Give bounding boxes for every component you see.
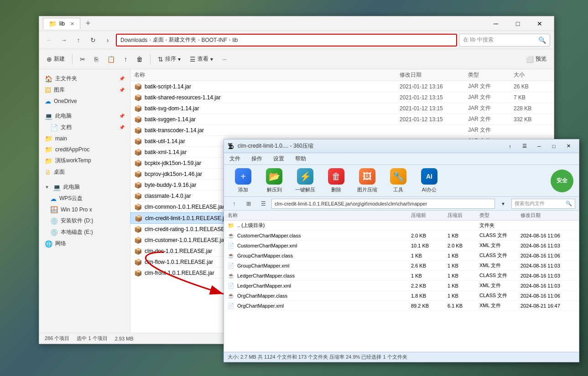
file-row[interactable]: 📦 batik-script-1.14.jar 2021-01-12 13:16… [130,81,554,92]
sidebar-item-desktop[interactable]: 🖥 桌面 [39,166,130,178]
archive-minimize-btn[interactable]: ─ [532,141,546,152]
more-button[interactable]: ··· [219,52,230,67]
sidebar-item-gallery[interactable]: 🖼 图库 📌 [39,84,130,96]
close-button[interactable]: ✕ [529,17,550,31]
archive-row[interactable]: 📄 LedgerChartMapper.xml 2.2 KB 1 KB XML … [224,281,579,291]
archive-row[interactable]: ☕ OrgChartMapper.class 1.8 KB 1 KB CLASS… [224,291,579,301]
arch-col-type: 类型 [479,212,520,219]
delete-icon: 🗑 [136,56,143,63]
archive-delete-button[interactable]: 🗑 删除 [323,166,350,195]
archive-tools-button[interactable]: 🔧 工具 [385,166,412,195]
safe-badge: 安全 [551,170,573,192]
archive-file-icon: 📄 [228,303,234,309]
sidebar-item-yanlian[interactable]: 📁 演练workTemp [39,155,130,166]
view-button[interactable]: ☰ 查看 ▾ [186,52,217,67]
sidebar-item-home[interactable]: 🏠 主文件夹 📌 [39,73,130,84]
share-button[interactable]: ↑ [120,52,131,67]
jar-icon: 📦 [134,226,142,233]
archive-view2-button[interactable]: ☰ [257,197,270,210]
jar-icon: 📦 [134,138,142,145]
archive-row[interactable]: 📄 OrgChartMapper.xml 89.2 KB 6.1 KB XML … [224,301,579,311]
archive-row[interactable]: ☕ GroupChartMapper.class 1 KB 1 KB CLASS… [224,251,579,261]
archive-maximize-btn[interactable]: □ [547,141,561,152]
drived-icon: 💿 [50,217,58,225]
sidebar-item-pc[interactable]: 💻 此电脑 📌 [39,110,130,122]
archive-row[interactable]: ☕ CustomerChartMapper.class 2.0 KB 1 KB … [224,231,579,241]
archive-title-bar: 🗜 clm-credit-limit-1.0.... - 360压缩 ↑ ☰ ─… [224,139,579,153]
expand-button[interactable]: › [101,34,114,46]
search-bar[interactable]: 在 lib 中搜索 🔍 [459,34,550,46]
sidebar-item-wps[interactable]: ☁ WPS云盘 [39,193,130,204]
creditapp-icon: 📁 [45,146,52,153]
menu-ops[interactable]: 操作 [250,154,264,164]
archive-file-icon: ☕ [228,252,234,259]
archive-file-name-cell: 📁 .. (上级目录) [228,222,411,229]
paste-button[interactable]: 📋 [104,52,119,67]
back-button[interactable]: ← [43,34,56,46]
sidebar-item-creditapp[interactable]: 📁 creditAppProc [39,144,130,155]
archive-compressed: 1 KB [448,253,479,258]
new-icon: ⊕ [47,56,52,63]
file-size: 7 KB [514,94,550,101]
sidebar-item-drivee[interactable]: 💿 本地磁盘 (E:) [39,227,130,238]
sidebar-item-thispc[interactable]: ▼ 💻 此电脑 [39,181,130,193]
archive-row[interactable]: ☕ LedgerChartMapper.class 1 KB 1 KB CLAS… [224,271,579,281]
minimize-button[interactable]: ─ [485,17,506,31]
new-tab-button[interactable]: + [81,17,95,30]
view-label: 查看 [198,55,208,63]
archive-view1-button[interactable]: ⊞ [242,197,255,210]
sidebar-item-network[interactable]: 🌐 网络 [39,238,130,249]
sidebar-item-main[interactable]: 📁 main [39,133,130,144]
archive-row[interactable]: 📁 .. (上级目录) 文件夹 [224,221,579,231]
preview-button[interactable]: ⬜ 预览 [522,52,550,67]
archive-file-list[interactable]: 名称 压缩前 压缩后 类型 修改日期 📁 .. (上级目录) 文件夹 ☕ Cus… [224,211,579,352]
sidebar-item-drived[interactable]: 💿 安装软件 (D:) [39,215,130,227]
archive-date: 2024-08-16 11:03 [520,283,575,288]
sidebar-desktop-label: 桌面 [54,168,65,176]
file-name-text: bcprov-jdk15on-1.46.jar [145,171,202,177]
add-label: 添加 [238,186,248,193]
maximize-button[interactable]: □ [507,17,528,31]
archive-close-btn[interactable]: ✕ [562,141,575,152]
file-row[interactable]: 📦 batik-svg-dom-1.14.jar 2021-01-12 13:1… [130,103,554,114]
jar-icon: 📦 [134,203,142,211]
archive-row[interactable]: 📄 GroupChartMapper.xml 2.6 KB 1 KB XML 文… [224,261,579,271]
sidebar-item-win10[interactable]: 🪟 Win 10 Pro x [39,204,130,215]
new-button[interactable]: ⊕ 新建 [43,52,68,67]
sidebar-item-docs[interactable]: 📄 文档 📌 [39,122,130,133]
up-button[interactable]: ↑ [72,34,85,46]
archive-compressed: 1 KB [448,273,479,278]
sort-button[interactable]: ⇅ 排序 ▾ [154,52,184,67]
delete-button[interactable]: 🗑 [133,52,146,67]
file-row[interactable]: 📦 batik-transcoder-1.14.jar JAR 文件 [130,125,554,136]
archive-up-button[interactable]: ↑ [228,197,240,210]
archive-extract-button[interactable]: 📂 解压到 [260,166,288,195]
menu-settings[interactable]: 设置 [271,154,286,164]
explorer-tab[interactable]: 📁 lib ✕ [43,18,80,29]
archive-file-icon: 📄 [228,263,234,269]
archive-imgcompress-button[interactable]: 🖼 图片压缩 [354,166,381,195]
menu-help[interactable]: 帮助 [293,154,308,164]
sidebar-item-onedrive[interactable]: ☁ OneDrive [39,96,130,107]
file-row[interactable]: 📦 batik-shared-resources-1.14.jar 2021-0… [130,92,554,103]
archive-nav-btn[interactable]: ↑ [503,141,517,152]
forward-button[interactable]: → [57,34,70,46]
archive-row[interactable]: 📄 CustomerChartMapper.xml 10.1 KB 2.0 KB… [224,241,579,251]
archive-add-button[interactable]: + 添加 [229,166,257,195]
archive-ai-button[interactable]: AI AI办公 [416,166,443,195]
cut-button[interactable]: ✂ [76,52,89,67]
archive-onekey-button[interactable]: ⚡ 一键解压 [291,166,319,195]
copy-button[interactable]: ⎘ [91,52,102,67]
file-row[interactable]: 📦 batik-svggen-1.14.jar 2021-01-12 13:15… [130,114,554,125]
arch-col-date: 修改日期 [520,212,575,219]
archive-path-dropdown[interactable]: ▾ [497,197,510,210]
refresh-button[interactable]: ↻ [87,34,99,46]
tab-close-icon[interactable]: ✕ [70,21,74,27]
archive-path[interactable]: clm-credit-limit-1.0.1.RELEASE.jar\org\g… [271,199,495,209]
menu-file[interactable]: 文件 [228,154,242,164]
address-bar[interactable]: Downloads › 桌面 › 新建文件夹 › BOOT-INF › lib [116,34,457,46]
archive-search[interactable]: 搜索包内文件 🔍 [511,199,575,209]
window-controls: ─ □ ✕ [485,17,550,31]
archive-list-btn[interactable]: ☰ [518,141,531,152]
path-arrow-4: › [229,37,230,42]
